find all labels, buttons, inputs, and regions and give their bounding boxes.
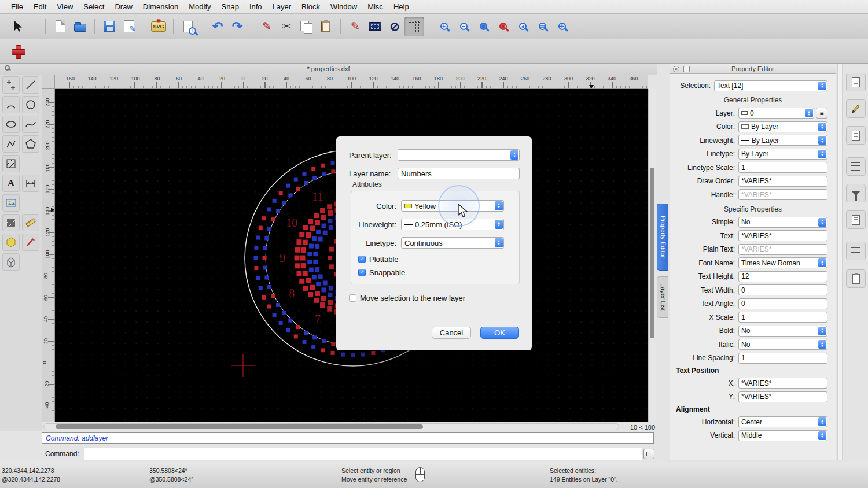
dialog-lineweight-dropdown[interactable]: 0.25mm (ISO) ▲▼ <box>401 219 504 230</box>
edit-drawing-button[interactable] <box>119 17 139 36</box>
redo-button[interactable]: ↷ <box>227 17 247 36</box>
solid-fill-tool-button[interactable] <box>2 214 20 231</box>
tab-property-editor[interactable]: Property Editor <box>657 204 668 271</box>
spline-tool-button[interactable] <box>22 116 39 133</box>
property-painter-button[interactable]: ✎ <box>345 17 365 36</box>
grid-toggle-button[interactable] <box>404 17 424 36</box>
menu-item-file[interactable]: File <box>6 2 28 11</box>
measure-tool-button[interactable] <box>22 214 39 231</box>
image-tool-button[interactable] <box>2 194 20 212</box>
pointer-tool-button[interactable] <box>8 17 28 36</box>
lineweight-dropdown[interactable]: By Layer▲▼ <box>738 135 827 146</box>
text-height-input[interactable]: 12 <box>738 271 827 282</box>
deselect-all-button[interactable]: ⊘ <box>385 17 404 36</box>
menu-item-draw[interactable]: Draw <box>109 2 137 11</box>
layer-menu-button[interactable]: ≡ <box>816 108 827 119</box>
save-button[interactable] <box>100 17 119 36</box>
command-history[interactable]: Command: addlayer <box>42 432 654 444</box>
dock-scrollbar[interactable] <box>837 64 843 460</box>
paste-button[interactable] <box>316 17 336 36</box>
v-scroll-thumb[interactable] <box>650 168 654 338</box>
canvas-horizontal-scrollbar[interactable] <box>43 423 619 430</box>
property-editor-panel-button[interactable] <box>846 73 866 91</box>
circle-tool-button[interactable] <box>22 96 39 113</box>
draw-order-input[interactable]: *VARIES* <box>738 176 827 187</box>
ok-button[interactable]: OK <box>480 327 519 339</box>
x-scale-input[interactable]: 1 <box>738 312 827 323</box>
vertical-dropdown[interactable]: Middle▲▼ <box>738 430 827 441</box>
undo-button[interactable]: ↶ <box>208 17 227 36</box>
new-file-button[interactable] <box>50 17 70 36</box>
print-preview-button[interactable] <box>178 17 198 36</box>
menu-item-edit[interactable]: Edit <box>28 2 52 11</box>
menu-item-info[interactable]: Info <box>244 2 267 11</box>
view-list-panel-button[interactable] <box>846 157 866 176</box>
select-all-button[interactable] <box>365 17 385 36</box>
selection-filter-button[interactable] <box>846 184 866 202</box>
linetype-dropdown[interactable]: By Layer▲▼ <box>738 149 827 160</box>
menu-item-modify[interactable]: Modify <box>183 2 216 11</box>
handle-input[interactable]: *VARIES* <box>738 189 827 200</box>
h-scroll-thumb[interactable] <box>56 424 423 429</box>
linetype-scale-input[interactable]: 1 <box>738 162 827 173</box>
menu-item-select[interactable]: Select <box>78 2 109 11</box>
copy-button[interactable] <box>296 17 316 36</box>
plottable-checkbox[interactable]: ✓ <box>358 256 366 263</box>
text-width-input[interactable]: 0 <box>738 284 827 295</box>
polygon-tool-button[interactable] <box>22 135 39 153</box>
position-x-input[interactable]: *VARIES* <box>738 378 827 389</box>
window-zoom-button[interactable]: ▭ <box>532 17 552 36</box>
move-selection-checkbox[interactable] <box>349 294 356 302</box>
canvas-vertical-scrollbar[interactable] <box>648 89 656 422</box>
menu-item-misc[interactable]: Misc <box>362 2 388 11</box>
arc-tool-button[interactable] <box>2 96 20 113</box>
color-dropdown[interactable]: By Layer▲▼ <box>738 121 827 132</box>
menu-item-view[interactable]: View <box>52 2 78 11</box>
previous-view-button[interactable]: ◂ <box>513 17 532 36</box>
zoom-selection-button[interactable]: ▣ <box>493 17 513 36</box>
layer-name-input[interactable]: Numbers <box>398 168 520 179</box>
clipboard-panel-button[interactable] <box>846 269 866 288</box>
point-tool-button[interactable] <box>2 76 20 94</box>
position-y-input[interactable]: *VARIES* <box>738 391 827 402</box>
tab-layer-list[interactable]: Layer List <box>657 276 668 318</box>
dimension-tool-button[interactable] <box>22 175 39 192</box>
cancel-button[interactable]: Cancel <box>432 327 471 339</box>
zoom-out-button[interactable]: − <box>454 17 473 36</box>
layer-dropdown[interactable]: 0▲▼ <box>738 108 814 119</box>
command-line-panel-button[interactable] <box>846 242 866 260</box>
hatch-tool-button[interactable] <box>2 155 20 172</box>
menu-item-snap[interactable]: Snap <box>216 2 244 11</box>
shape-tool-button[interactable] <box>2 234 20 251</box>
ellipse-tool-button[interactable] <box>2 116 20 133</box>
command-options-button[interactable] <box>643 449 654 459</box>
italic-dropdown[interactable]: No▲▼ <box>738 339 827 350</box>
modify-tool-button[interactable] <box>22 234 39 251</box>
open-file-button[interactable] <box>70 17 90 36</box>
simple-dropdown[interactable]: No▲▼ <box>738 217 827 228</box>
dialog-color-dropdown[interactable]: Yellow ▲▼ <box>401 200 504 212</box>
selection-dropdown[interactable]: Text [12] ▲▼ <box>714 80 827 91</box>
auto-zoom-button[interactable]: ▣ <box>473 17 493 36</box>
polyline-tool-button[interactable] <box>2 135 20 153</box>
text-input[interactable]: *VARIES* <box>738 230 827 241</box>
solid-3d-tool-button[interactable] <box>2 253 20 271</box>
command-input[interactable] <box>84 448 642 460</box>
parent-layer-dropdown[interactable]: ▲▼ <box>398 149 520 161</box>
menu-item-help[interactable]: Help <box>388 2 414 11</box>
menu-item-window[interactable]: Window <box>325 2 362 11</box>
menu-item-layer[interactable]: Layer <box>267 2 297 11</box>
text-tool-button[interactable]: A <box>2 175 20 192</box>
svg-export-button[interactable]: SVG <box>149 17 168 36</box>
zoom-in-button[interactable]: + <box>434 17 454 36</box>
plain-text-input[interactable]: *VARIES* <box>738 244 827 255</box>
library-browser-button[interactable] <box>846 210 866 229</box>
block-list-panel-button[interactable] <box>846 126 866 145</box>
horizontal-dropdown[interactable]: Center▲▼ <box>738 416 827 427</box>
font-name-dropdown[interactable]: Times New Roman▲▼ <box>738 257 827 268</box>
pan-button[interactable]: ✛ <box>552 17 572 36</box>
dialog-linetype-dropdown[interactable]: Continuous ▲▼ <box>401 237 504 249</box>
line-tool-button[interactable] <box>22 76 39 94</box>
marker-pen-button[interactable]: ✎ <box>257 17 277 36</box>
bold-dropdown[interactable]: No▲▼ <box>738 326 827 337</box>
